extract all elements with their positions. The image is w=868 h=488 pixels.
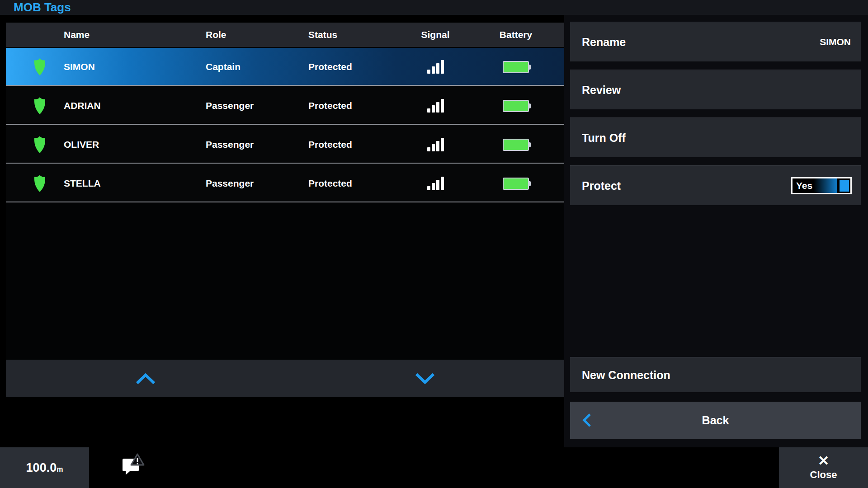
signal-strength-icon [413, 87, 458, 125]
rename-current-value: SIMON [820, 37, 851, 47]
review-button[interactable]: Review [570, 70, 861, 109]
table-header-row: Name Role Status Signal Battery [6, 23, 564, 47]
row-role: Passenger [206, 164, 254, 202]
column-header-signal: Signal [413, 23, 458, 47]
row-status: Protected [308, 48, 352, 86]
protected-shield-icon [28, 164, 51, 202]
range-scale-button[interactable]: 100.0 m [0, 447, 89, 488]
table-row-oliver[interactable]: OLIVER Passenger Protected [6, 126, 564, 164]
battery-full-icon [493, 164, 538, 202]
message-warning-icon [120, 452, 146, 478]
protect-toggle[interactable]: Yes [791, 177, 852, 194]
protect-toggle-value: Yes [796, 180, 812, 191]
turn-off-label: Turn Off [582, 131, 626, 144]
battery-full-icon [493, 87, 538, 125]
rename-label: Rename [582, 35, 626, 48]
column-header-role: Role [206, 23, 226, 47]
protected-shield-icon [28, 87, 51, 125]
table-row-adrian[interactable]: ADRIAN Passenger Protected [6, 87, 564, 125]
row-name: OLIVER [64, 126, 99, 164]
mob-tags-table: Name Role Status Signal Battery SIMON Ca… [6, 23, 564, 397]
protected-shield-icon [28, 126, 51, 164]
signal-strength-icon [413, 126, 458, 164]
protect-label: Protect [582, 179, 621, 192]
protect-button[interactable]: Protect Yes [570, 165, 861, 205]
table-row-stella[interactable]: STELLA Passenger Protected [6, 164, 564, 202]
row-status: Protected [308, 164, 352, 202]
close-label: Close [810, 469, 837, 481]
close-button[interactable]: ✕ Close [779, 447, 868, 488]
review-label: Review [582, 83, 621, 96]
alarm-message-button[interactable] [120, 452, 146, 478]
chevron-down-icon [414, 372, 436, 385]
column-header-name: Name [64, 23, 90, 47]
new-connection-button[interactable]: New Connection [570, 357, 861, 392]
row-role: Passenger [206, 126, 254, 164]
row-status: Protected [308, 126, 352, 164]
mob-tags-screen: MOB Tags Name Role Status Signal Battery… [0, 0, 868, 488]
battery-full-icon [493, 48, 538, 86]
chevron-up-icon [135, 372, 156, 385]
row-status: Protected [308, 87, 352, 125]
protect-toggle-knob [840, 180, 849, 192]
bottom-bar: 100.0 m ✕ Close [0, 447, 868, 488]
signal-strength-icon [413, 164, 458, 202]
row-name: STELLA [64, 164, 101, 202]
page-title: MOB Tags [14, 0, 71, 15]
row-name: ADRIAN [64, 87, 101, 125]
back-button[interactable]: Back [570, 402, 861, 439]
row-role: Passenger [206, 87, 254, 125]
signal-strength-icon [413, 48, 458, 86]
column-header-battery: Battery [493, 23, 538, 47]
close-x-icon: ✕ [818, 455, 829, 467]
table-row-simon[interactable]: SIMON Captain Protected [6, 48, 564, 86]
scroll-up-button[interactable] [78, 360, 213, 397]
range-value: 100.0 [26, 461, 57, 475]
protect-toggle-gradient [814, 178, 837, 193]
back-label: Back [570, 414, 861, 427]
table-scrollbar [6, 360, 564, 397]
title-bar: MOB Tags [0, 0, 868, 15]
row-name: SIMON [64, 48, 95, 86]
column-header-status: Status [308, 23, 337, 47]
turn-off-button[interactable]: Turn Off [570, 117, 861, 157]
protected-shield-icon [28, 48, 51, 86]
new-connection-label: New Connection [582, 368, 670, 381]
battery-full-icon [493, 126, 538, 164]
scroll-down-button[interactable] [357, 360, 493, 397]
rename-button[interactable]: Rename SIMON [570, 22, 861, 61]
range-unit: m [57, 465, 63, 474]
row-role: Captain [206, 48, 241, 86]
